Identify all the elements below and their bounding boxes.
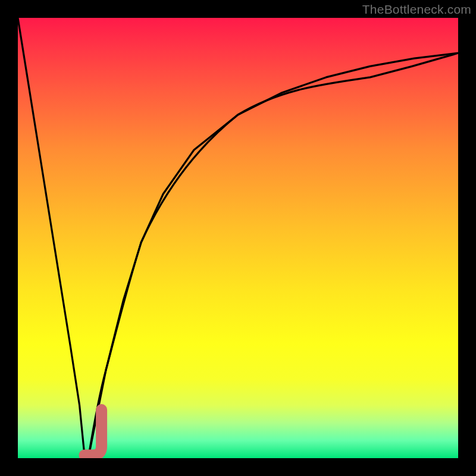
curve-left-branch xyxy=(18,18,88,458)
watermark-text: TheBottleneck.com xyxy=(362,2,471,17)
curve-right-branch xyxy=(88,53,458,458)
curve-right-branch-smooth xyxy=(88,53,458,458)
chart-svg xyxy=(18,18,458,458)
plot-area xyxy=(18,18,458,458)
chart-frame: TheBottleneck.com xyxy=(0,0,476,476)
